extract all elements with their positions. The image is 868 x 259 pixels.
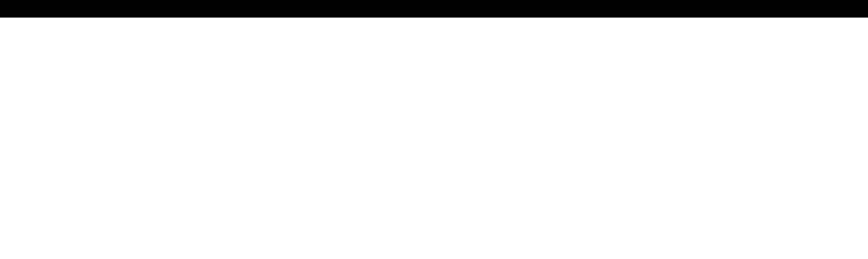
- x-axis-header: [0, 0, 868, 18]
- timeline-chart: [0, 0, 868, 259]
